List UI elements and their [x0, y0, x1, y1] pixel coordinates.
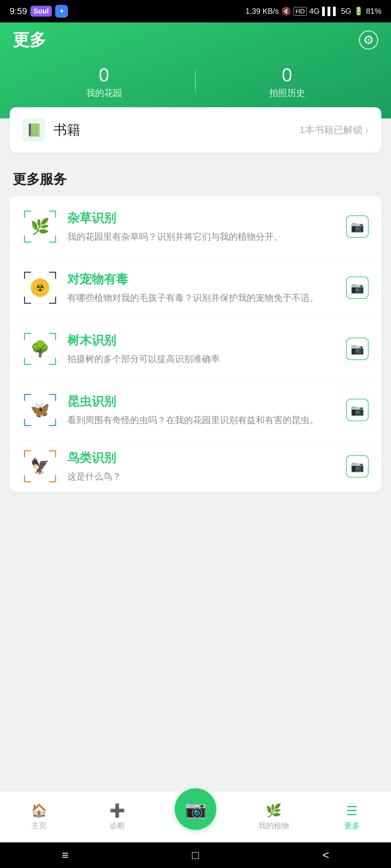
network-speed: 1.39 KB/s	[246, 7, 279, 16]
menu-button[interactable]: ≡	[62, 848, 68, 862]
camera-icon-4: 📷	[351, 404, 364, 416]
tree-camera-button[interactable]: 📷	[346, 338, 368, 360]
signal-4g: 4G	[309, 7, 319, 16]
bird-camera-button[interactable]: 📷	[346, 455, 368, 477]
tree-desc: 拍摄树的多个部分可以提高识别准确率	[67, 352, 337, 366]
weed-camera-button[interactable]: 📷	[346, 215, 368, 238]
status-bar: 9:59 Soul ✦ 1.39 KB/s 🔇 HD 4G ▌▌▌ 5G 🔋 8…	[0, 0, 391, 22]
camera-icon-2: 📷	[351, 281, 364, 294]
camera-icon-3: 📷	[351, 342, 364, 355]
photo-history-count: 0	[196, 64, 378, 86]
nav-more-label: 更多	[344, 820, 360, 831]
insect-icon-wrap: 🦋	[22, 393, 58, 428]
nav-diagnose-label: 诊断	[110, 820, 125, 831]
tree-name: 树木识别	[67, 332, 337, 348]
back-button[interactable]: <	[323, 848, 329, 862]
nav-myplants-label: 我的植物	[258, 820, 289, 831]
toxic-name: 对宠物有毒	[67, 271, 337, 287]
bird-icon-wrap: 🦅	[22, 449, 58, 484]
page-title: 更多	[13, 29, 46, 51]
status-left: 9:59 Soul ✦	[9, 5, 68, 18]
more-icon: ☰	[346, 803, 358, 818]
status-right: 1.39 KB/s 🔇 HD 4G ▌▌▌ 5G 🔋 81%	[246, 7, 381, 16]
photo-history-label: 拍照历史	[196, 87, 378, 99]
books-title: 书籍	[54, 121, 80, 139]
myplants-icon: 🌿	[266, 803, 282, 818]
nav-item-more[interactable]: ☰ 更多	[313, 803, 391, 831]
toxic-icon: ☢	[36, 282, 45, 293]
more-services-title: 更多服务	[0, 157, 391, 196]
service-item-bird[interactable]: 🦅 鸟类识别 这是什么鸟？ 📷	[9, 441, 381, 492]
signal-bars: ▌▌▌	[322, 7, 338, 16]
service-item-weed[interactable]: 🌿 杂草识别 我的花园里有杂草吗？识别并将它们与我的植物分开。 📷	[9, 196, 381, 257]
insect-name: 昆虫识别	[67, 393, 337, 410]
butterfly-icon: 🦋	[30, 401, 50, 419]
bottom-nav: 🏠 主页 ➕ 诊断 📷 🌿 我的植物 ☰ 更多	[0, 791, 391, 842]
grass-icon: 🌿	[30, 218, 50, 236]
insect-desc: 看到周围有奇怪的虫吗？在我的花园里识别有益和有害的昆虫。	[67, 413, 337, 427]
settings-button[interactable]: ⚙	[359, 30, 378, 50]
home-button[interactable]: □	[192, 848, 199, 862]
camera-icon: 📷	[351, 220, 364, 233]
diagnose-icon: ➕	[109, 803, 125, 818]
bird-desc: 这是什么鸟？	[67, 470, 337, 483]
header-top: 更多 ⚙	[13, 29, 378, 51]
main-content: 📗 书籍 1本书籍已解锁 › 更多服务 🌿 杂草识别	[0, 112, 391, 868]
nav-item-camera-fab[interactable]: 📷	[157, 804, 234, 830]
my-garden-label: 我的花园	[13, 87, 195, 99]
hd-badge: HD	[294, 7, 307, 16]
nav-item-myplants[interactable]: 🌿 我的植物	[234, 803, 313, 831]
books-icon-wrap: 📗	[22, 118, 46, 142]
tree-icon-wrap: 🌳	[22, 331, 58, 367]
book-icon: 📗	[27, 123, 42, 137]
nav-item-home[interactable]: 🏠 主页	[0, 803, 78, 831]
blue-app-icon: ✦	[55, 5, 68, 18]
insect-content: 昆虫识别 看到周围有奇怪的虫吗？在我的花园里识别有益和有害的昆虫。	[67, 393, 337, 427]
toxic-content: 对宠物有毒 有哪些植物对我的毛孩子有毒？识别并保护我的宠物免于不适。	[67, 271, 337, 305]
books-left: 📗 书籍	[22, 118, 80, 142]
gear-icon: ⚙	[363, 33, 374, 47]
bird-content: 鸟类识别 这是什么鸟？	[67, 450, 337, 483]
stats-row: 0 我的花园 0 拍照历史	[13, 64, 378, 99]
toxic-icon-wrap: ☢	[22, 270, 58, 305]
nav-item-diagnose[interactable]: ➕ 诊断	[78, 803, 157, 831]
bird-icon: 🦅	[30, 457, 50, 475]
chevron-right-icon: ›	[365, 124, 368, 136]
service-item-toxic[interactable]: ☢ 对宠物有毒 有哪些植物对我的毛孩子有毒？识别并保护我的宠物免于不适。 📷	[9, 257, 381, 318]
camera-fab[interactable]: 📷	[175, 788, 216, 830]
battery-level: 81%	[366, 7, 381, 16]
toxic-desc: 有哪些植物对我的毛孩子有毒？识别并保护我的宠物免于不适。	[67, 291, 337, 305]
my-garden-stat[interactable]: 0 我的花园	[13, 64, 195, 99]
soul-app-icon: Soul	[30, 6, 52, 17]
weed-content: 杂草识别 我的花园里有杂草吗？识别并将它们与我的植物分开。	[67, 210, 337, 244]
photo-history-stat[interactable]: 0 拍照历史	[196, 64, 378, 99]
camera-icon-5: 📷	[351, 460, 364, 473]
tree-icon: 🌳	[30, 340, 50, 358]
books-subtitle: 1本书籍已解锁	[300, 124, 363, 137]
service-item-insect[interactable]: 🦋 昆虫识别 看到周围有奇怪的虫吗？在我的花园里识别有益和有害的昆虫。 📷	[9, 380, 381, 441]
books-right: 1本书籍已解锁 ›	[300, 124, 368, 137]
nav-home-label: 主页	[31, 820, 47, 831]
mute-icon: 🔇	[281, 7, 291, 16]
home-icon: 🏠	[31, 803, 47, 818]
header: 更多 ⚙ 0 我的花园 0 拍照历史	[0, 22, 391, 118]
bird-name: 鸟类识别	[67, 450, 337, 466]
books-card[interactable]: 📗 书籍 1本书籍已解锁 ›	[9, 107, 381, 153]
status-time: 9:59	[9, 6, 27, 16]
service-item-tree[interactable]: 🌳 树木识别 拍摄树的多个部分可以提高识别准确率 📷	[9, 318, 381, 380]
services-card: 🌿 杂草识别 我的花园里有杂草吗？识别并将它们与我的植物分开。 📷	[9, 196, 381, 492]
battery-icon: 🔋	[354, 7, 363, 16]
toxic-camera-button[interactable]: 📷	[346, 277, 368, 299]
weed-name: 杂草识别	[67, 210, 337, 226]
fab-camera-icon: 📷	[185, 799, 206, 819]
home-indicator: ≡ □ <	[0, 842, 391, 868]
weed-desc: 我的花园里有杂草吗？识别并将它们与我的植物分开。	[67, 230, 337, 244]
my-garden-count: 0	[13, 64, 195, 86]
weed-icon-wrap: 🌿	[22, 209, 58, 244]
tree-content: 树木识别 拍摄树的多个部分可以提高识别准确率	[67, 332, 337, 366]
signal-5g: 5G	[341, 7, 351, 16]
insect-camera-button[interactable]: 📷	[346, 399, 368, 421]
